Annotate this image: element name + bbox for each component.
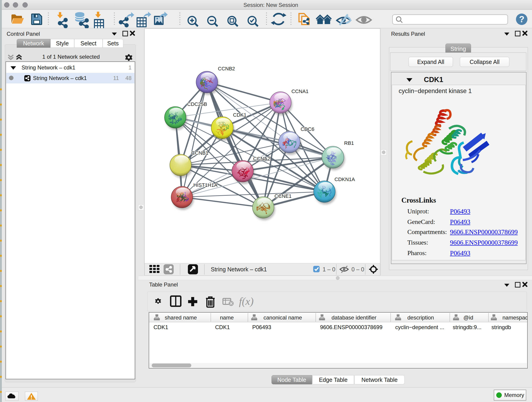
svg-text:CDK1: CDK1 [233,112,247,118]
svg-text:CCNB1: CCNB1 [191,150,209,156]
svg-text:canonical name: canonical name [264,314,302,321]
svg-text:name: name [220,314,234,321]
svg-text:RB1: RB1 [344,140,354,146]
svg-text:description: description [407,314,434,321]
svg-text:String Network – cdk1: String Network – cdk1 [211,266,267,273]
svg-text:database identifier: database identifier [331,314,376,321]
svg-text:namespace: namespace [502,314,527,321]
svg-text:?: ? [519,14,524,24]
svg-text:f(x): f(x) [239,295,254,307]
svg-text:shared name: shared name [165,314,197,321]
svg-text:@id: @id [463,314,473,321]
svg-text:CDC25B: CDC25B [187,101,207,107]
svg-text:CDKN1A: CDKN1A [335,177,355,182]
svg-text:0 – 0: 0 – 0 [351,266,364,273]
svg-text:CCNA1: CCNA1 [291,89,309,94]
svg-text:CCNE1: CCNE1 [274,193,292,199]
svg-text:CCNA2: CCNA2 [253,156,270,162]
svg-text:CDC6: CDC6 [301,126,314,132]
svg-text:HIST1H1A: HIST1H1A [193,182,217,188]
svg-text:CCNB2: CCNB2 [218,66,235,71]
svg-text:1 – 0: 1 – 0 [323,266,336,273]
